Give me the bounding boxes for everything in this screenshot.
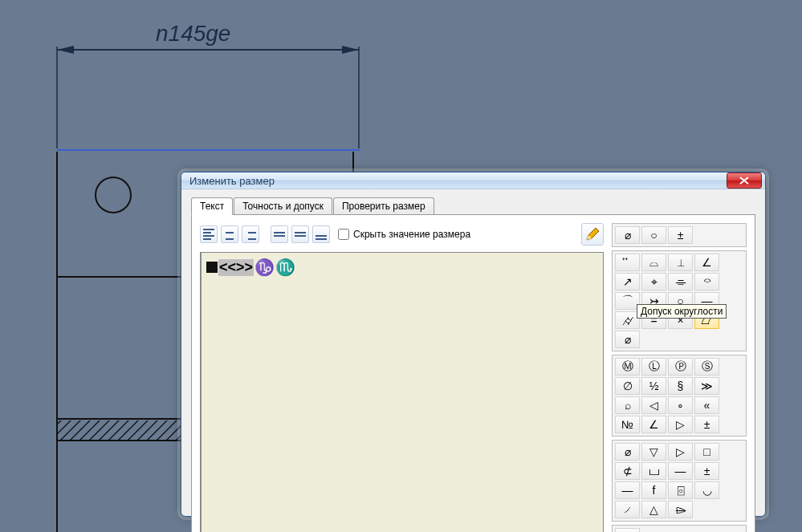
symbol-button[interactable]: ▽: [641, 443, 666, 461]
symbol-button[interactable]: ⌕: [615, 396, 640, 414]
capricorn-symbol: ♑: [254, 258, 275, 277]
symbol-button[interactable]: «: [694, 396, 719, 414]
tab-precision-tolerance[interactable]: Точность и допуск: [234, 197, 332, 215]
symbol-button[interactable]: ⌻: [668, 481, 693, 499]
align-bottom-button[interactable]: [312, 225, 330, 243]
align-center-button[interactable]: [221, 225, 238, 243]
symbol-button[interactable]: ⟂: [668, 254, 693, 271]
symbol-button[interactable]: ⌀: [615, 443, 640, 461]
tab-inspect-dimension[interactable]: Проверить размер: [333, 197, 434, 215]
symbol-group-3: ⓂⓁⓅⓈ∅½§≫⌕◁∘«№∠▷±: [612, 355, 747, 437]
symbol-button[interactable]: ▷: [668, 416, 693, 433]
symbol-button[interactable]: ±: [668, 226, 693, 244]
symbol-button[interactable]: Ⓢ: [694, 358, 719, 376]
symbol-button[interactable]: ⌴: [641, 462, 666, 480]
align-top-button[interactable]: [271, 225, 288, 243]
symbol-button[interactable]: ↗: [615, 273, 640, 290]
symbol-group-2: ⃡⌓⟂∠↗⌖⌯⌔⌒↣○—⌭=×⌰⌀Допуск округлости: [612, 250, 747, 351]
symbol-button[interactable]: f: [641, 481, 666, 499]
selection-block-icon: [206, 262, 218, 273]
symbol-button[interactable]: ≫: [694, 377, 719, 395]
symbol-button[interactable]: ⌀: [615, 331, 640, 348]
close-button[interactable]: [727, 173, 762, 189]
dimension-value-placeholder: <<>>: [218, 259, 254, 276]
symbol-button[interactable]: △: [641, 501, 666, 518]
symbol-group-4: ⌀▽▷□⊄⌴—±—f⌻◡⟋△⌲: [612, 440, 747, 522]
svg-rect-11: [58, 420, 181, 440]
symbol-palette: ⌀○± ⃡⌓⟂∠↗⌖⌯⌔⌒↣○—⌭=×⌰⌀Допуск округлости Ⓜ…: [612, 223, 747, 532]
svg-point-12: [96, 177, 131, 213]
edit-pencil-button[interactable]: [581, 223, 604, 246]
symbol-button[interactable]: □: [694, 443, 719, 461]
symbol-button[interactable]: Ⓟ: [668, 358, 693, 376]
symbol-tooltip: Допуск округлости: [637, 304, 727, 319]
symbol-button[interactable]: ⊄: [615, 462, 640, 480]
symbol-group-5: ⬠: [612, 525, 747, 532]
symbol-button[interactable]: —: [668, 462, 693, 480]
symbol-button[interactable]: ○: [641, 226, 666, 244]
symbol-button[interactable]: —: [615, 481, 640, 499]
symbol-button[interactable]: ⃡: [615, 254, 640, 271]
symbol-button[interactable]: ⬠: [615, 528, 640, 532]
symbol-button[interactable]: ∠: [694, 254, 719, 271]
svg-marker-1: [57, 46, 74, 54]
symbol-button[interactable]: ⌖: [641, 273, 666, 290]
symbol-button[interactable]: ▷: [668, 443, 693, 461]
align-middle-button[interactable]: [291, 225, 309, 243]
tabs: Текст Точность и допуск Проверить размер: [191, 197, 755, 215]
symbol-button[interactable]: Ⓜ: [615, 358, 640, 376]
symbol-button[interactable]: ⌔: [694, 273, 719, 290]
align-left-button[interactable]: [200, 225, 218, 243]
dimension-text-editor[interactable]: <<>> ♑ ♏: [200, 252, 604, 532]
symbol-button[interactable]: Ⓛ: [641, 358, 666, 376]
symbol-button[interactable]: ⌓: [641, 254, 666, 271]
svg-marker-2: [342, 46, 359, 54]
symbol-button[interactable]: ◁: [641, 396, 666, 414]
symbol-button[interactable]: ∘: [668, 396, 693, 414]
hide-dimension-value-checkbox[interactable]: [338, 229, 349, 240]
tab-panel: Скрыть значение размера <<>> ♑ ♏: [191, 214, 755, 532]
symbol-button[interactable]: №: [615, 416, 640, 433]
tab-text[interactable]: Текст: [191, 197, 233, 215]
symbol-button[interactable]: ⌯: [668, 273, 693, 290]
symbol-group-1: ⌀○±: [612, 223, 747, 247]
symbol-button[interactable]: ∅: [615, 377, 640, 395]
symbol-button[interactable]: ½: [641, 377, 666, 395]
symbol-button[interactable]: ⟋: [615, 501, 640, 518]
dimension-text: n145ge: [156, 21, 230, 47]
symbol-button[interactable]: ±: [694, 416, 719, 433]
symbol-button[interactable]: ⌲: [668, 501, 693, 518]
symbol-button[interactable]: ⌀: [615, 226, 640, 244]
edit-dimension-dialog: Изменить размер Текст Точность и допуск …: [181, 172, 766, 517]
align-right-button[interactable]: [242, 225, 259, 243]
hide-dim-label: Скрыть значение размера: [353, 229, 470, 240]
symbol-button[interactable]: ∠: [641, 416, 666, 433]
dialog-titlebar[interactable]: Изменить размер: [181, 173, 765, 189]
symbol-button[interactable]: ±: [694, 462, 719, 480]
symbol-button[interactable]: §: [668, 377, 693, 395]
scorpio-symbol: ♏: [275, 258, 295, 277]
symbol-button[interactable]: ◡: [694, 481, 719, 499]
dialog-title: Изменить размер: [189, 175, 727, 187]
text-toolbar: Скрыть значение размера: [200, 223, 604, 246]
